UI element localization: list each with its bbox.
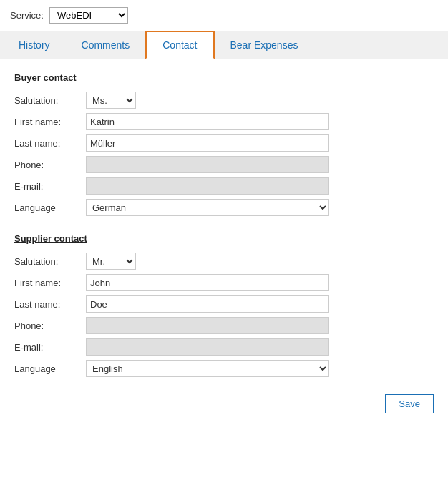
supplier-salutation-select[interactable]: Mr. Ms. Dr. xyxy=(86,253,136,270)
tab-contact[interactable]: Contact xyxy=(145,31,214,59)
supplier-firstname-input[interactable] xyxy=(86,274,329,291)
tabs-container: History Comments Contact Bear Expenses xyxy=(0,31,448,59)
buyer-contact-title: Buyer contact xyxy=(14,72,434,83)
buyer-firstname-input[interactable] xyxy=(86,113,329,130)
buyer-salutation-select[interactable]: Ms. Mr. Dr. xyxy=(86,92,136,109)
supplier-lastname-input[interactable] xyxy=(86,295,329,313)
supplier-contact-title: Supplier contact xyxy=(14,233,434,244)
supplier-firstname-row: First name: xyxy=(14,274,434,291)
supplier-language-row: Language German English French xyxy=(14,360,434,377)
tab-bear-expenses[interactable]: Bear Expenses xyxy=(215,31,314,59)
save-btn-row: Save xyxy=(14,394,434,413)
supplier-firstname-label: First name: xyxy=(14,278,86,288)
supplier-email-label: E-mail: xyxy=(14,342,86,353)
buyer-phone-row: Phone: xyxy=(14,156,434,173)
buyer-language-label: Language xyxy=(14,202,86,213)
buyer-language-select[interactable]: German English French xyxy=(86,199,329,216)
main-content: Buyer contact Salutation: Ms. Mr. Dr. Fi… xyxy=(0,59,448,428)
service-select[interactable]: WebEDI xyxy=(49,7,128,24)
buyer-email-label: E-mail: xyxy=(14,181,86,192)
buyer-language-row: Language German English French xyxy=(14,199,434,216)
supplier-lastname-label: Last name: xyxy=(14,299,86,310)
save-button[interactable]: Save xyxy=(385,394,434,413)
supplier-email-input[interactable] xyxy=(86,338,329,356)
tab-history[interactable]: History xyxy=(3,31,66,59)
supplier-email-row: E-mail: xyxy=(14,338,434,356)
supplier-language-select[interactable]: German English French xyxy=(86,360,329,377)
buyer-email-input[interactable] xyxy=(86,177,329,195)
buyer-contact-section: Buyer contact Salutation: Ms. Mr. Dr. Fi… xyxy=(14,72,434,216)
buyer-phone-label: Phone: xyxy=(14,160,86,170)
top-bar: Service: WebEDI xyxy=(0,0,448,24)
supplier-phone-row: Phone: xyxy=(14,317,434,334)
supplier-salutation-label: Salutation: xyxy=(14,256,86,267)
buyer-phone-input[interactable] xyxy=(86,156,329,173)
tab-comments[interactable]: Comments xyxy=(66,31,146,59)
buyer-email-row: E-mail: xyxy=(14,177,434,195)
buyer-firstname-row: First name: xyxy=(14,113,434,130)
buyer-firstname-label: First name: xyxy=(14,117,86,127)
supplier-phone-label: Phone: xyxy=(14,320,86,331)
supplier-contact-section: Supplier contact Salutation: Mr. Ms. Dr.… xyxy=(14,233,434,377)
buyer-lastname-label: Last name: xyxy=(14,138,86,149)
buyer-salutation-label: Salutation: xyxy=(14,95,86,106)
buyer-lastname-input[interactable] xyxy=(86,134,329,152)
buyer-lastname-row: Last name: xyxy=(14,134,434,152)
supplier-language-label: Language xyxy=(14,363,86,374)
supplier-lastname-row: Last name: xyxy=(14,295,434,313)
buyer-salutation-row: Salutation: Ms. Mr. Dr. xyxy=(14,92,434,109)
supplier-salutation-row: Salutation: Mr. Ms. Dr. xyxy=(14,253,434,270)
service-label: Service: xyxy=(10,10,44,21)
supplier-phone-input[interactable] xyxy=(86,317,329,334)
